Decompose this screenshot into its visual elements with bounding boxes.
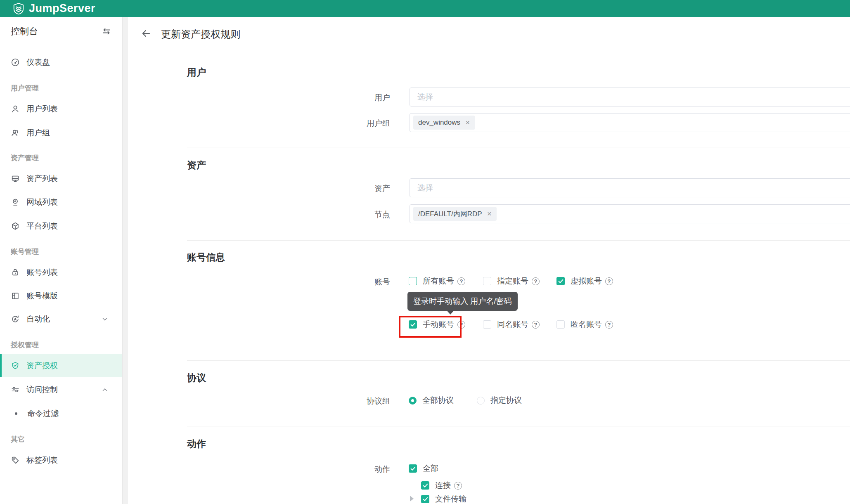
tag-text: dev_windows (418, 118, 460, 127)
sidebar-item-label: 用户组 (26, 128, 50, 138)
checkbox-checked[interactable] (421, 495, 429, 503)
section-divider (187, 147, 850, 147)
bullet-icon (15, 412, 17, 415)
sidebar-item-user-list[interactable]: 用户列表 (0, 97, 122, 121)
sidebar-header: 控制台 (0, 17, 122, 46)
checkbox-unchecked[interactable] (483, 277, 491, 285)
checkbox-unchecked[interactable] (556, 320, 565, 329)
jumpserver-shield-icon (12, 2, 25, 15)
main-content: 更新资产授权规则 用户 用户 选择 用户组 dev_windows ✕ 资产 资… (128, 17, 850, 504)
checkbox-unchecked[interactable] (409, 277, 417, 285)
checkbox-option-same-name-account[interactable]: 同名账号 ? (483, 320, 540, 329)
section-heading-protocol: 协议 (187, 371, 206, 384)
section-heading-account: 账号信息 (187, 251, 225, 264)
sidebar-item-user-group[interactable]: 用户组 (0, 121, 122, 144)
checkbox-option-anonymous-account[interactable]: 匿名账号 ? (556, 320, 613, 329)
user-select-input[interactable]: 选择 (410, 88, 850, 106)
tag-icon (11, 456, 20, 465)
checkbox-unchecked[interactable] (483, 320, 491, 329)
section-divider (187, 360, 850, 361)
chevron-up-icon (102, 386, 108, 393)
radio-selected[interactable] (409, 397, 417, 405)
manual-account-tooltip: 登录时手动输入 用户名/密码 (407, 292, 518, 311)
sidebar-item-label: 账号模版 (26, 291, 58, 301)
sidebar-group-other: 其它 (11, 435, 25, 444)
sidebar-item-domain-list[interactable]: 网域列表 (0, 191, 122, 214)
radio-label: 指定协议 (490, 395, 522, 406)
user-icon (11, 104, 20, 114)
checkbox-checked[interactable] (421, 481, 429, 490)
sidebar-item-account-template[interactable]: 账号模版 (0, 284, 122, 308)
sidebar-group-account-management: 账号管理 (11, 248, 39, 256)
asset-select-input[interactable]: 选择 (410, 178, 850, 197)
section-divider (187, 240, 850, 241)
sidebar-item-tag-list[interactable]: 标签列表 (0, 449, 122, 472)
user-select-placeholder: 选择 (413, 92, 433, 102)
sidebar-item-platform-list[interactable]: 平台列表 (0, 215, 122, 238)
sidebar-item-asset-permission[interactable]: 资产授权 (0, 354, 122, 377)
sidebar-item-label: 账号列表 (26, 267, 58, 278)
help-icon[interactable]: ? (532, 277, 540, 285)
checkbox-option-specified-accounts[interactable]: 指定账号 ? (483, 277, 540, 286)
app-window: JumpServer 控制台 仪表盘 用户管理 (0, 0, 850, 504)
sidebar-item-dashboard[interactable]: 仪表盘 (0, 51, 122, 74)
domain-icon (11, 198, 20, 207)
sidebar-item-account-list[interactable]: 账号列表 (0, 261, 122, 284)
section-heading-asset: 资产 (187, 159, 206, 172)
node-select-input[interactable]: /DEFAULT/内网RDP ✕ (410, 204, 850, 223)
radio-label: 全部协议 (422, 395, 454, 406)
platform-icon (11, 222, 20, 231)
checkbox-option-file-transfer[interactable]: 文件传输 (421, 495, 466, 504)
console-title: 控制台 (11, 25, 38, 38)
checkbox-option-all-actions[interactable]: 全部 (409, 464, 438, 473)
acl-icon (11, 385, 20, 394)
sidebar-group-authorization: 授权管理 (11, 341, 39, 349)
section-heading-action: 动作 (187, 438, 206, 450)
tag-text: /DEFAULT/内网RDP (418, 209, 482, 219)
user-group-select-input[interactable]: dev_windows ✕ (410, 113, 850, 132)
checkbox-checked[interactable] (409, 464, 417, 473)
checkbox-label: 虚拟账号 (571, 276, 602, 286)
help-icon[interactable]: ? (454, 482, 462, 490)
sidebar-item-label: 仪表盘 (26, 57, 50, 68)
highlight-red-box (399, 316, 462, 338)
checkbox-label: 所有账号 (423, 276, 454, 286)
checkbox-option-virtual-accounts[interactable]: 虚拟账号 ? (556, 277, 613, 286)
checkbox-option-all-accounts[interactable]: 所有账号 ? (409, 277, 465, 286)
help-icon[interactable]: ? (605, 277, 613, 285)
radio-unselected[interactable] (477, 397, 485, 405)
checkbox-option-connect[interactable]: 连接 ? (421, 481, 462, 490)
sidebar-item-label: 标签列表 (26, 455, 58, 466)
tooltip-caret (447, 310, 454, 315)
jumpserver-logo[interactable]: JumpServer (12, 2, 95, 15)
asset-select-placeholder: 选择 (413, 182, 433, 193)
radio-option-all-protocols[interactable]: 全部协议 (409, 396, 454, 405)
help-icon[interactable]: ? (457, 277, 465, 285)
switch-view-icon[interactable] (102, 26, 111, 36)
tag-remove-icon[interactable]: ✕ (465, 120, 470, 125)
sidebar-scrollbar-track[interactable] (122, 17, 128, 504)
back-arrow-icon[interactable] (140, 28, 152, 39)
field-label-action: 动作 (128, 464, 390, 475)
field-label-user: 用户 (128, 92, 390, 103)
checkbox-label: 文件传输 (435, 494, 466, 504)
radio-option-specified-protocols[interactable]: 指定协议 (477, 396, 522, 405)
expand-caret-icon[interactable] (410, 496, 414, 502)
chevron-down-icon (102, 316, 108, 322)
help-icon[interactable]: ? (532, 321, 540, 329)
sidebar-group-user-management: 用户管理 (11, 84, 39, 92)
logo-text: JumpServer (29, 2, 95, 15)
tag-remove-icon[interactable]: ✕ (487, 211, 492, 217)
sidebar-item-asset-list[interactable]: 资产列表 (0, 167, 122, 190)
sidebar-item-command-filter[interactable]: 命令过滤 (0, 402, 122, 425)
checkbox-label: 连接 (435, 480, 451, 491)
sidebar-item-label: 资产列表 (26, 173, 58, 184)
field-label-user-group: 用户组 (128, 118, 390, 129)
checkbox-label: 匿名账号 (571, 319, 602, 330)
checkbox-label: 同名账号 (497, 319, 528, 330)
help-icon[interactable]: ? (605, 321, 613, 329)
sidebar-item-access-control[interactable]: 访问控制 (0, 378, 122, 401)
checkbox-checked[interactable] (556, 277, 565, 285)
sidebar-item-automation[interactable]: 自动化 (0, 308, 122, 331)
checkbox-label: 全部 (423, 463, 438, 474)
